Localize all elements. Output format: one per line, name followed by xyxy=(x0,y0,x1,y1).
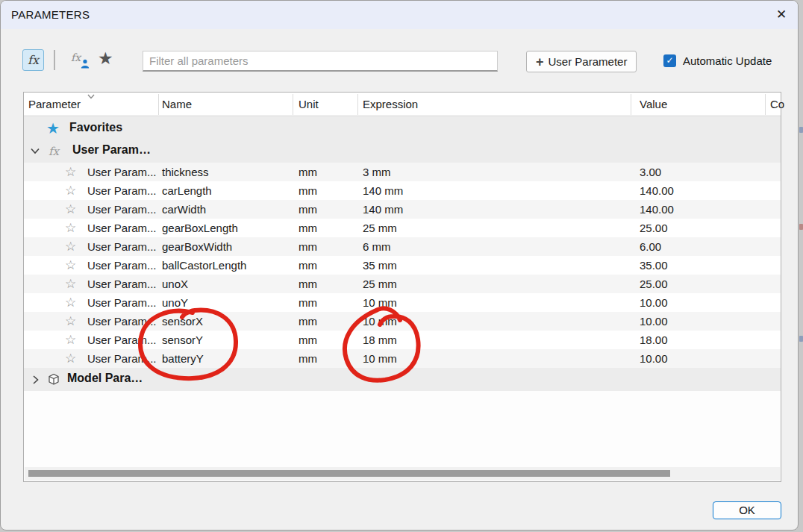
column-divider xyxy=(765,94,766,115)
automatic-update-label: Automatic Update xyxy=(683,54,772,67)
row-value: 35.00 xyxy=(640,259,668,272)
chevron-down-icon[interactable] xyxy=(30,147,40,155)
user-parameter-person-button[interactable]: fx xyxy=(71,51,92,70)
automatic-update-control: ✓ Automatic Update xyxy=(663,54,772,67)
row-name[interactable]: gearBoxWidth xyxy=(162,240,232,253)
row-expression[interactable]: 140 mm xyxy=(363,203,403,216)
column-header-expression[interactable]: Expression xyxy=(363,98,418,110)
table-row[interactable]: ☆ User Param... ballCastorLength mm 35 m… xyxy=(24,256,781,275)
sort-chevron-down-icon[interactable] xyxy=(85,93,97,100)
table-row[interactable]: ☆ User Param... batteryY mm 10 mm 10.00 xyxy=(24,349,781,368)
background-app-sliver xyxy=(799,336,803,342)
row-expression[interactable]: 10 mm xyxy=(363,315,397,328)
row-name[interactable]: carLength xyxy=(162,184,212,197)
column-divider xyxy=(631,94,631,115)
person-icon xyxy=(81,59,90,69)
row-name[interactable]: sensorX xyxy=(162,315,203,328)
row-expression[interactable]: 140 mm xyxy=(363,184,403,197)
row-parameter-group: User Param... xyxy=(87,296,157,309)
favorite-toggle-star-icon[interactable]: ☆ xyxy=(65,220,76,236)
row-value: 10.00 xyxy=(640,296,668,309)
favorite-toggle-star-icon[interactable]: ☆ xyxy=(65,332,76,348)
group-row-model-parameters[interactable]: Model Para… xyxy=(24,368,781,391)
row-value: 6.00 xyxy=(640,240,661,253)
favorite-toggle-star-icon[interactable]: ☆ xyxy=(65,183,76,198)
horizontal-scrollbar-track[interactable] xyxy=(25,467,780,481)
row-unit: mm xyxy=(299,203,317,216)
row-expression[interactable]: 3 mm xyxy=(363,166,391,178)
table-row[interactable]: ☆ User Param... unoX mm 25 mm 25.00 xyxy=(24,275,781,293)
row-name[interactable]: batteryY xyxy=(162,352,204,365)
table-row[interactable]: ☆ User Param... gearBoxWidth mm 6 mm 6.0… xyxy=(24,237,781,256)
row-unit: mm xyxy=(299,222,317,234)
column-header-value[interactable]: Value xyxy=(640,98,667,110)
row-expression[interactable]: 18 mm xyxy=(363,334,397,346)
favorite-toggle-star-icon[interactable]: ☆ xyxy=(65,313,76,329)
model-parameters-group-label: Model Para… xyxy=(67,372,143,385)
table-row[interactable]: ☆ User Param... sensorX mm 10 mm 10.00 xyxy=(24,312,781,331)
row-unit: mm xyxy=(299,184,317,197)
ok-button[interactable]: OK xyxy=(713,501,781,519)
favorite-toggle-star-icon[interactable]: ☆ xyxy=(65,201,76,217)
table-row[interactable]: ☆ User Param... gearBoxLength mm 25 mm 2… xyxy=(24,219,781,237)
group-row-user-parameters[interactable]: fx User Param… xyxy=(24,140,781,163)
favorites-group-label: Favorites xyxy=(69,121,122,134)
row-unit: mm xyxy=(299,278,317,290)
add-user-parameter-label: User Parameter xyxy=(549,55,628,68)
favorite-toggle-star-icon[interactable]: ☆ xyxy=(65,351,76,366)
fx-icon: fx xyxy=(71,51,81,63)
row-parameter-group: User Param... xyxy=(87,184,157,197)
row-expression[interactable]: 25 mm xyxy=(363,278,397,290)
column-divider xyxy=(158,94,159,115)
close-icon[interactable]: ✕ xyxy=(772,6,790,24)
dialog-titlebar: PARAMETERS ✕ xyxy=(1,1,798,29)
row-name[interactable]: unoX xyxy=(162,278,188,290)
background-app-sliver xyxy=(799,224,803,230)
row-name[interactable]: gearBoxLength xyxy=(162,222,238,234)
row-expression[interactable]: 10 mm xyxy=(363,352,397,365)
row-unit: mm xyxy=(299,352,317,365)
favorite-toggle-star-icon[interactable]: ☆ xyxy=(65,276,76,292)
row-parameter-group: User Param... xyxy=(87,240,157,253)
row-parameter-group: User Param... xyxy=(87,315,157,328)
automatic-update-checkbox[interactable]: ✓ xyxy=(663,54,676,67)
group-row-favorites[interactable]: ★ Favorites xyxy=(24,117,781,140)
favorite-toggle-star-icon[interactable]: ☆ xyxy=(65,257,76,273)
row-expression[interactable]: 6 mm xyxy=(363,240,391,253)
table-header: Parameter Name Unit Expression Value Co xyxy=(24,93,781,116)
fx-icon: fx xyxy=(28,53,39,67)
table-row[interactable]: ☆ User Param... thickness mm 3 mm 3.00 xyxy=(24,163,781,181)
favorite-toggle-star-icon[interactable]: ☆ xyxy=(65,164,76,180)
row-unit: mm xyxy=(299,259,317,272)
row-name[interactable]: thickness xyxy=(162,166,209,178)
table-row[interactable]: ☆ User Param... unoY mm 10 mm 10.00 xyxy=(24,293,781,312)
horizontal-scrollbar-thumb[interactable] xyxy=(28,470,670,477)
column-header-name[interactable]: Name xyxy=(162,98,192,110)
column-header-comments[interactable]: Co xyxy=(770,98,784,110)
column-header-parameter[interactable]: Parameter xyxy=(28,98,81,110)
user-parameter-filter-button[interactable]: fx xyxy=(22,49,44,71)
row-value: 3.00 xyxy=(640,166,661,178)
table-row[interactable]: ☆ User Param... carWidth mm 140 mm 140.0… xyxy=(24,200,781,219)
add-user-parameter-button[interactable]: + User Parameter xyxy=(526,51,637,72)
row-expression[interactable]: 25 mm xyxy=(363,222,397,234)
column-divider xyxy=(357,94,358,115)
favorites-filter-star-icon[interactable]: ★ xyxy=(98,48,113,69)
row-name[interactable]: ballCastorLength xyxy=(162,259,246,272)
row-expression[interactable]: 10 mm xyxy=(363,296,397,309)
filter-parameters-input[interactable] xyxy=(143,51,498,72)
favorite-toggle-star-icon[interactable]: ☆ xyxy=(65,239,76,254)
background-app-sliver xyxy=(799,127,803,133)
row-value: 18.00 xyxy=(640,334,668,346)
row-name[interactable]: unoY xyxy=(162,296,188,309)
table-row[interactable]: ☆ User Param... carLength mm 140 mm 140.… xyxy=(24,181,781,200)
column-header-unit[interactable]: Unit xyxy=(299,98,319,110)
row-expression[interactable]: 35 mm xyxy=(363,259,397,272)
chevron-right-icon[interactable] xyxy=(31,375,40,385)
row-name[interactable]: sensorY xyxy=(162,334,203,346)
row-unit: mm xyxy=(299,166,317,178)
table-row[interactable]: ☆ User Param... sensorY mm 18 mm 18.00 xyxy=(24,331,781,349)
favorite-toggle-star-icon[interactable]: ☆ xyxy=(65,295,76,310)
row-unit: mm xyxy=(299,334,317,346)
row-name[interactable]: carWidth xyxy=(162,203,206,216)
